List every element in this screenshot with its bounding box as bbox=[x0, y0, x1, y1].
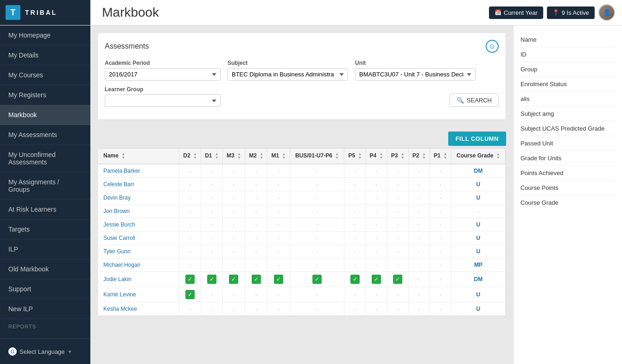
cell-p2[interactable]: · bbox=[408, 218, 430, 232]
cell-m1[interactable]: · bbox=[267, 191, 290, 205]
cell-m3[interactable]: · bbox=[222, 232, 245, 245]
sidebar-item-my-homepage[interactable]: My Homepage bbox=[0, 25, 90, 45]
cell-course-grade[interactable]: U bbox=[451, 232, 505, 245]
right-panel-item[interactable]: Points Achieved bbox=[520, 166, 615, 181]
cell-p3[interactable]: · bbox=[387, 164, 408, 178]
cell-p3[interactable]: · bbox=[387, 245, 408, 258]
cell-p2[interactable]: · bbox=[408, 191, 430, 205]
cell-name[interactable]: Susie Carroll bbox=[98, 232, 179, 245]
cell-d2[interactable]: · bbox=[179, 245, 201, 258]
cell-p4[interactable]: ✓ bbox=[366, 272, 387, 287]
col-p4[interactable]: P4 ▲▼ bbox=[366, 149, 387, 164]
cell-p3[interactable]: · bbox=[387, 287, 408, 302]
cell-d1[interactable]: · bbox=[201, 258, 223, 272]
cell-p2[interactable]: · bbox=[408, 272, 430, 287]
col-m3[interactable]: M3 ▲▼ bbox=[222, 149, 245, 164]
cell-name[interactable]: Jessie Burch bbox=[98, 218, 179, 232]
cell-course-grade[interactable]: U bbox=[451, 178, 505, 191]
select-language-button[interactable]: G Select Language ▼ bbox=[0, 344, 90, 359]
cell-p5[interactable]: · bbox=[344, 164, 366, 178]
cell-m3[interactable]: · bbox=[222, 178, 245, 191]
cell-p1[interactable]: · bbox=[430, 287, 451, 302]
cell-m3[interactable]: · bbox=[222, 258, 245, 272]
cell-m1[interactable]: · bbox=[267, 205, 290, 218]
subject-select[interactable]: BTEC Diploma in Business Administra bbox=[228, 68, 348, 81]
cell-m2[interactable]: · bbox=[245, 302, 267, 316]
cell-p1[interactable]: · bbox=[430, 245, 451, 258]
right-panel-item[interactable]: Subject UCAS Predicted Grade bbox=[520, 121, 615, 136]
cell-bus[interactable]: · bbox=[290, 218, 344, 232]
cell-m3[interactable]: · bbox=[222, 205, 245, 218]
cell-m3[interactable]: · bbox=[222, 191, 245, 205]
cell-d1[interactable]: · bbox=[201, 164, 223, 178]
right-panel-item[interactable]: Enrolment Status bbox=[520, 77, 615, 92]
cell-p4[interactable]: · bbox=[366, 302, 387, 316]
cell-course-grade[interactable]: U bbox=[451, 302, 505, 316]
sidebar-item-my-courses[interactable]: My Courses bbox=[0, 65, 90, 85]
cell-p4[interactable]: · bbox=[366, 205, 387, 218]
cell-m1[interactable]: · bbox=[267, 164, 290, 178]
col-d2[interactable]: D2 ▲▼ bbox=[179, 149, 201, 164]
fill-column-button[interactable]: FILL COLUMN bbox=[448, 132, 506, 146]
cell-p3[interactable]: · bbox=[387, 218, 408, 232]
right-panel-item[interactable]: Course Points bbox=[520, 181, 615, 195]
right-panel-item[interactable]: alis bbox=[520, 92, 615, 107]
cell-d2[interactable]: · bbox=[179, 302, 201, 316]
sidebar-item-my-details[interactable]: My Details bbox=[0, 45, 90, 65]
cell-p5[interactable]: · bbox=[344, 218, 366, 232]
cell-course-grade[interactable]: U bbox=[451, 245, 505, 258]
unit-select[interactable]: BMABTC3U07 - Unit 7 - Business Decis bbox=[355, 68, 476, 81]
is-active-button[interactable]: 📍 9 Is Active bbox=[547, 6, 595, 19]
col-bus[interactable]: BUS/01-U7-P6 ▲▼ bbox=[290, 149, 344, 164]
cell-m1[interactable]: · bbox=[267, 218, 290, 232]
col-p5[interactable]: P5 ▲▼ bbox=[344, 149, 366, 164]
sidebar-item-support[interactable]: Support bbox=[0, 279, 90, 299]
cell-p3[interactable]: · bbox=[387, 205, 408, 218]
cell-p2[interactable]: · bbox=[408, 245, 430, 258]
cell-p1[interactable]: · bbox=[430, 272, 451, 287]
cell-m1[interactable]: · bbox=[267, 287, 290, 302]
cell-bus[interactable]: · bbox=[290, 302, 344, 316]
cell-m2[interactable]: · bbox=[245, 191, 267, 205]
cell-m1[interactable]: · bbox=[267, 245, 290, 258]
sidebar-item-old-markbook[interactable]: Old Markbook bbox=[0, 259, 90, 279]
sidebar-item-at-risk-learners[interactable]: At Risk Learners bbox=[0, 200, 90, 220]
cell-p4[interactable]: · bbox=[366, 164, 387, 178]
cell-m1[interactable]: · bbox=[267, 258, 290, 272]
cell-p1[interactable]: · bbox=[430, 232, 451, 245]
cell-m3[interactable]: · bbox=[222, 302, 245, 316]
cell-name[interactable]: Celeste Barr bbox=[98, 178, 179, 191]
sidebar-item-my-assessments[interactable]: My Assessments bbox=[0, 125, 90, 145]
cell-m1[interactable]: · bbox=[267, 232, 290, 245]
cell-d2[interactable]: · bbox=[179, 218, 201, 232]
cell-p1[interactable]: · bbox=[430, 218, 451, 232]
sidebar-item-new-ilp[interactable]: New ILP bbox=[0, 299, 90, 319]
learner-group-select[interactable] bbox=[105, 94, 221, 107]
cell-course-grade[interactable]: DM bbox=[451, 272, 505, 287]
right-panel-item[interactable]: Group bbox=[520, 62, 615, 77]
cell-bus[interactable]: · bbox=[290, 232, 344, 245]
cell-m3[interactable]: · bbox=[222, 287, 245, 302]
academic-period-select[interactable]: 2016/2017 bbox=[105, 68, 221, 81]
cell-p5[interactable]: · bbox=[344, 191, 366, 205]
cell-m3[interactable]: ✓ bbox=[222, 272, 245, 287]
cell-m3[interactable]: · bbox=[222, 164, 245, 178]
cell-m2[interactable]: · bbox=[245, 232, 267, 245]
collapse-button[interactable]: ⊙ bbox=[486, 40, 499, 53]
cell-name[interactable]: Devin Bray bbox=[98, 191, 179, 205]
cell-p3[interactable]: · bbox=[387, 258, 408, 272]
cell-m1[interactable]: · bbox=[267, 178, 290, 191]
sidebar-item-targets[interactable]: Targets bbox=[0, 220, 90, 239]
col-p2[interactable]: P2 ▲▼ bbox=[408, 149, 430, 164]
cell-d1[interactable]: · bbox=[201, 232, 223, 245]
cell-bus[interactable]: · bbox=[290, 245, 344, 258]
cell-d2[interactable]: · bbox=[179, 205, 201, 218]
cell-name[interactable]: Karrie Levine bbox=[98, 287, 179, 302]
cell-p4[interactable]: · bbox=[366, 232, 387, 245]
cell-p5[interactable]: · bbox=[344, 245, 366, 258]
cell-p5[interactable]: · bbox=[344, 287, 366, 302]
cell-p4[interactable]: · bbox=[366, 287, 387, 302]
cell-name[interactable]: Kesha Mckee bbox=[98, 302, 179, 316]
right-panel-item[interactable]: Subject amg bbox=[520, 107, 615, 121]
cell-p4[interactable]: · bbox=[366, 218, 387, 232]
